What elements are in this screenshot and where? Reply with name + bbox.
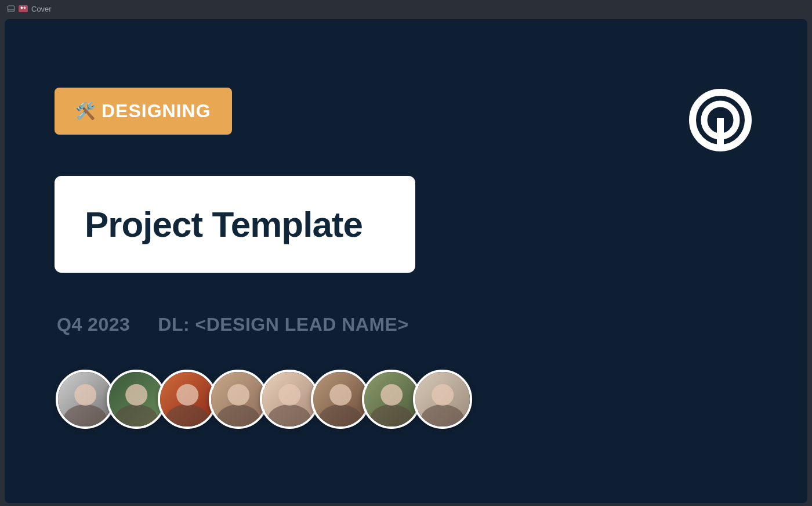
team-avatars bbox=[56, 370, 464, 429]
avatar bbox=[362, 370, 421, 429]
avatar bbox=[107, 370, 166, 429]
avatar bbox=[260, 370, 319, 429]
cover-slide[interactable]: 🛠️ DESIGNING Project Template Q4 2023 DL… bbox=[5, 19, 807, 503]
tools-icon: 🛠️ bbox=[75, 103, 96, 120]
title-card: Project Template bbox=[55, 176, 415, 273]
status-label: DESIGNING bbox=[102, 100, 211, 122]
page-icon bbox=[7, 5, 15, 13]
design-lead-label: DL: <DESIGN LEAD NAME> bbox=[158, 314, 408, 335]
page-label[interactable]: Cover bbox=[31, 5, 52, 13]
avatar bbox=[209, 370, 268, 429]
avatar bbox=[158, 370, 217, 429]
canvas[interactable]: 🛠️ DESIGNING Project Template Q4 2023 DL… bbox=[0, 17, 812, 506]
status-pill: 🛠️ DESIGNING bbox=[55, 88, 232, 135]
toolbar: Cover bbox=[0, 0, 812, 17]
avatar bbox=[413, 370, 472, 429]
period-label: Q4 2023 bbox=[57, 314, 130, 335]
avatar bbox=[311, 370, 370, 429]
svg-rect-0 bbox=[8, 6, 14, 12]
avatar bbox=[56, 370, 115, 429]
project-title: Project Template bbox=[85, 204, 385, 245]
svg-rect-4 bbox=[717, 118, 724, 150]
meta-row: Q4 2023 DL: <DESIGN LEAD NAME> bbox=[57, 314, 409, 335]
brand-logo-icon bbox=[688, 88, 753, 153]
component-set-icon bbox=[19, 5, 28, 12]
